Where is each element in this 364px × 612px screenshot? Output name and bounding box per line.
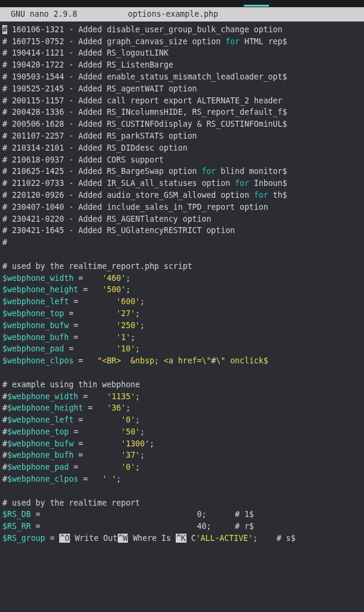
cursor: # [2,25,7,34]
commented-var-line: #$webphone_bufw = '1300'; [2,438,362,450]
file-name: options-example.php [128,8,218,20]
commented-var-line: #$webphone_bufh = '37'; [2,449,362,461]
var-line: $webphone_width = '460'; [2,273,362,284]
editor-content[interactable]: # 160106-1321 - Added disable_user_group… [0,22,364,544]
comment-line: # example using thin webphone [2,379,362,391]
commented-var-line: #$webphone_left = '0'; [2,414,362,426]
commented-var-line: #$webphone_width = '1135'; [2,391,362,403]
changelog-line: # 211022-0733 - Added IR_SLA_all_statuse… [2,178,362,189]
var-line: $webphone_bufw = '250'; [2,320,362,332]
changelog-line: # 210618-0937 - Added CORS support [2,154,362,166]
var-line: $RS_DB = 0; # 1$ [2,509,362,521]
blank-line [2,485,362,497]
commented-var-line: #$webphone_pad = '0'; [2,461,362,473]
var-line: $RS_RR = 40; # r$ [2,521,362,533]
changelog-line: # 190420-1722 - Added RS_ListenBarge [2,59,362,71]
changelog-line: # 220120-0926 - Added audio_store_GSM_al… [2,189,362,201]
var-line: $webphone_left = '600'; [2,296,362,308]
window-topbar [0,0,364,7]
shortcut-write-out: ^O [59,534,70,543]
shortcut-where-is: ^W [118,534,129,543]
changelog-line: # 160106-1321 - Added disable_user_group… [2,24,362,36]
changelog-line: # 230421-1645 - Added RS_UGlatencyRESTRI… [2,225,362,237]
comment-line: # used by the realtime_report.php script [2,261,362,273]
tab-accent [244,5,269,7]
blank-line [2,367,362,379]
changelog-line: # 160715-0752 - Added graph_canvas_size … [2,36,362,48]
blank-line [2,249,362,261]
commented-var-line: #$webphone_clpos = ' '; [2,473,362,485]
shortcut-cut: ^K [176,534,186,543]
changelog-line: # 190414-1121 - Added RS_logoutLINK [2,47,362,59]
nano-titlebar: GNU nano 2.9.8 options-example.php [0,7,364,22]
changelog-line: # 201107-2257 - Added RS_parkSTATS optio… [2,130,362,142]
app-name: GNU nano 2.9.8 [2,8,128,20]
changelog-line: # [2,237,362,249]
changelog-line: # 200506-1628 - Added RS_CUSTINFOdisplay… [2,118,362,130]
var-line: $webphone_clpos = "<BR> &nbsp; <a href=\… [2,355,362,367]
commented-var-line: #$webphone_height = '36'; [2,402,362,414]
var-line: $webphone_pad = '10'; [2,343,362,355]
changelog-line: # 200115-1157 - Added call report export… [2,95,362,107]
comment-line: # used by the realtime report [2,497,362,509]
changelog-line: # 230407-1040 - Added include_sales_in_T… [2,201,362,213]
footer-line: $RS_group = ^O Write Out^W Where Is ^K C… [2,533,362,544]
changelog-line: # 210314-2101 - Added RS_DIDdesc option [2,142,362,154]
var-line: $webphone_top = '27'; [2,308,362,320]
changelog-line: # 210625-1425 - Added RS_BargeSwap optio… [2,166,362,178]
changelog-line: # 190503-1544 - Added enable_status_mism… [2,71,362,83]
var-line: $webphone_height = '500'; [2,284,362,296]
changelog-line: # 230421-0220 - Added RS_AGENTlatency op… [2,213,362,225]
var-line: $webphone_bufh = '1'; [2,332,362,344]
changelog-line: # 200428-1336 - Added RS_INcolumnsHIDE, … [2,106,362,118]
commented-var-line: #$webphone_top = '50'; [2,426,362,438]
changelog-line: # 190525-2145 - Added RS_agentWAIT optio… [2,83,362,95]
